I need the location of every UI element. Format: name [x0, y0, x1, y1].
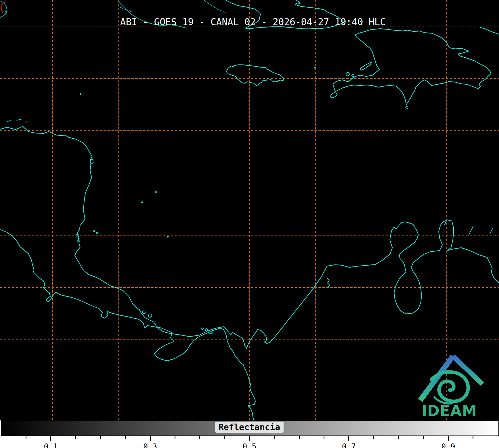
colorbar-tick-label: 0.3: [143, 442, 157, 448]
colorbar-minor-tick: [199, 436, 200, 439]
colorbar-minor-tick: [299, 436, 300, 439]
satellite-product-page: { "header": { "title": "ABI - GOES 19 - …: [0, 0, 499, 448]
colorbar-minor-tick: [26, 436, 26, 439]
colorbar-major-tick: [50, 436, 51, 441]
colorbar-major-tick: [249, 436, 250, 441]
colorbar-panel: Reflectancia 0.10.30.50.70.9: [0, 420, 499, 448]
colorbar-minor-tick: [423, 436, 424, 439]
logo-hurricane-spiral-icon: [432, 372, 468, 403]
colorbar-minor-tick: [224, 436, 225, 439]
colorbar-title: Reflectancia: [215, 422, 284, 433]
colorbar-minor-tick: [125, 436, 126, 439]
colorbar-minor-tick: [373, 436, 374, 439]
colorbar-tick-label: 0.1: [44, 442, 58, 448]
colorbar-minor-tick: [175, 436, 175, 439]
colorbar-tick-label: 0.9: [441, 442, 455, 448]
ideam-logo: IDEAM: [0, 0, 499, 420]
logo-wordmark: IDEAM: [421, 402, 477, 419]
colorbar-minor-tick: [324, 436, 324, 439]
colorbar-major-tick: [150, 436, 151, 441]
colorbar-minor-tick: [473, 436, 473, 439]
colorbar-minor-tick: [398, 436, 399, 439]
satellite-map: ABI - GOES 19 - CANAL 02 - 2026-04-27 19…: [0, 0, 499, 420]
colorbar-tick-label: 0.7: [342, 442, 356, 448]
colorbar-minor-tick: [274, 436, 275, 439]
colorbar-minor-tick: [75, 436, 76, 439]
logo-mountain-icon: [420, 356, 483, 400]
colorbar-major-tick: [448, 436, 449, 441]
colorbar-major-tick: [348, 436, 349, 441]
colorbar-minor-tick: [100, 436, 101, 439]
colorbar-tick-label: 0.5: [243, 442, 256, 448]
